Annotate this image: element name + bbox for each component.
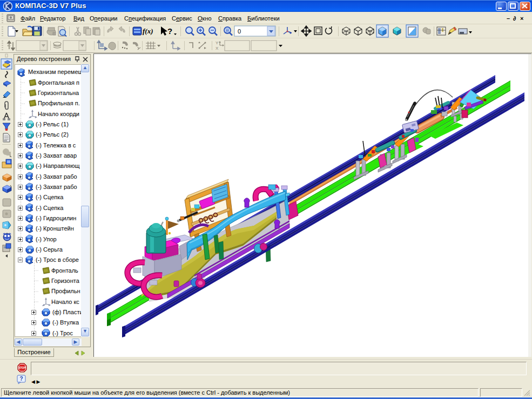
svg-text:Y: Y bbox=[216, 40, 219, 45]
svg-text:?: ? bbox=[19, 376, 23, 382]
svg-text:f(x): f(x) bbox=[143, 27, 153, 35]
svg-text:STOP: STOP bbox=[19, 367, 25, 369]
svg-text:0: 0 bbox=[238, 28, 241, 35]
svg-text:?: ? bbox=[167, 26, 172, 36]
svg-text:X: X bbox=[216, 46, 219, 51]
